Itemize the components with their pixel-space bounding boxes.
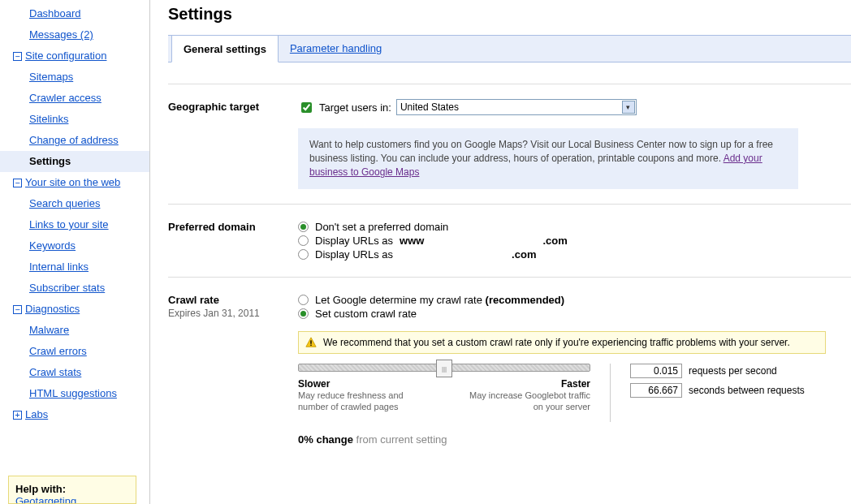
sidebar-item-malware[interactable]: Malware — [0, 320, 149, 341]
sidebar-item-change-address[interactable]: Change of address — [0, 130, 149, 151]
sidebar-item-links-to-site[interactable]: Links to your site — [0, 214, 149, 235]
sidebar-item-html-suggestions[interactable]: HTML suggestions — [0, 383, 149, 404]
expand-icon[interactable]: + — [13, 411, 22, 420]
sidebar-group-diagnostics[interactable]: − Diagnostics — [0, 299, 149, 320]
radio-icon[interactable] — [298, 222, 309, 232]
tab-parameter-handling[interactable]: Parameter handling — [279, 34, 393, 62]
collapse-icon[interactable]: − — [13, 52, 22, 61]
geo-info-box: Want to help customers find you on Googl… — [298, 128, 798, 189]
main-content: Settings General settings Parameter hand… — [150, 0, 851, 504]
section-geographic-target: Geographic target Target users in: Unite… — [168, 84, 851, 205]
sidebar: Dashboard Messages (2) − Site configurat… — [0, 0, 150, 504]
domain-option-www[interactable]: Display URLs as www .com — [298, 235, 851, 247]
domain-option-nowww[interactable]: Display URLs as .com — [298, 248, 851, 261]
section-crawl-rate: Crawl rate Expires Jan 31, 2011 Let Goog… — [168, 278, 851, 460]
sidebar-item-crawl-stats[interactable]: Crawl stats — [0, 362, 149, 383]
slider-handle[interactable]: ||| — [436, 360, 452, 377]
radio-icon[interactable] — [298, 295, 309, 305]
crawl-change-summary: 0% change from current setting — [298, 433, 851, 446]
page-title: Settings — [168, 5, 851, 24]
svg-rect-2 — [310, 345, 311, 346]
target-users-label: Target users in: — [319, 101, 391, 114]
help-title: Help with: — [15, 483, 129, 495]
crawl-expires: Expires Jan 31, 2011 — [168, 308, 298, 319]
sidebar-item-keywords[interactable]: Keywords — [0, 235, 149, 256]
help-box: Help with: Geotargeting — [8, 476, 136, 504]
sidebar-item-sitelinks[interactable]: Sitelinks — [0, 109, 149, 130]
domain-option-none[interactable]: Don't set a preferred domain — [298, 221, 851, 233]
radio-icon[interactable] — [298, 249, 309, 260]
crawl-option-auto[interactable]: Let Google determine my crawl rate (reco… — [298, 294, 851, 306]
sidebar-item-internal-links[interactable]: Internal links — [0, 256, 149, 278]
requests-per-second-input[interactable] — [630, 364, 682, 378]
sidebar-item-crawler-access[interactable]: Crawler access — [0, 88, 149, 109]
tab-bar: General settings Parameter handling — [168, 35, 851, 62]
crawl-warning: We recommend that you set a custom crawl… — [298, 331, 826, 354]
chevron-down-icon: ▾ — [622, 101, 635, 114]
collapse-icon[interactable]: − — [13, 179, 22, 187]
sidebar-group-siteonweb[interactable]: − Your site on the web — [0, 172, 149, 193]
section-preferred-domain: Preferred domain Don't set a preferred d… — [168, 205, 851, 278]
sidebar-item-subscriber-stats[interactable]: Subscriber stats — [0, 278, 149, 299]
svg-rect-1 — [310, 340, 311, 343]
radio-icon[interactable] — [298, 235, 309, 246]
help-link[interactable]: Geotargeting — [15, 495, 76, 504]
tab-general[interactable]: General settings — [171, 35, 279, 62]
section-label: Preferred domain — [168, 219, 298, 262]
sidebar-item-sitemaps[interactable]: Sitemaps — [0, 67, 149, 88]
sidebar-item-search-queries[interactable]: Search queries — [0, 193, 149, 214]
sidebar-item-dashboard[interactable]: Dashboard — [0, 3, 149, 24]
country-select[interactable]: United States ▾ — [396, 99, 637, 115]
sidebar-group-labs[interactable]: + Labs — [0, 404, 149, 425]
radio-icon[interactable] — [298, 308, 309, 319]
section-label: Crawl rate Expires Jan 31, 2011 — [168, 292, 298, 446]
sidebar-group-siteconfig[interactable]: − Site configuration — [0, 45, 149, 67]
section-label: Geographic target — [168, 99, 298, 189]
divider — [610, 364, 611, 422]
sidebar-item-messages[interactable]: Messages (2) — [0, 24, 149, 45]
sidebar-item-crawl-errors[interactable]: Crawl errors — [0, 341, 149, 362]
collapse-icon[interactable]: − — [13, 305, 22, 314]
sidebar-item-settings[interactable]: Settings — [0, 151, 149, 172]
crawl-rate-slider[interactable]: ||| Slower May reduce freshness and numb… — [298, 364, 590, 422]
crawl-option-custom[interactable]: Set custom crawl rate — [298, 308, 851, 320]
seconds-between-requests-input[interactable] — [630, 383, 682, 398]
warning-icon — [305, 337, 317, 348]
target-users-checkbox[interactable] — [301, 102, 312, 113]
